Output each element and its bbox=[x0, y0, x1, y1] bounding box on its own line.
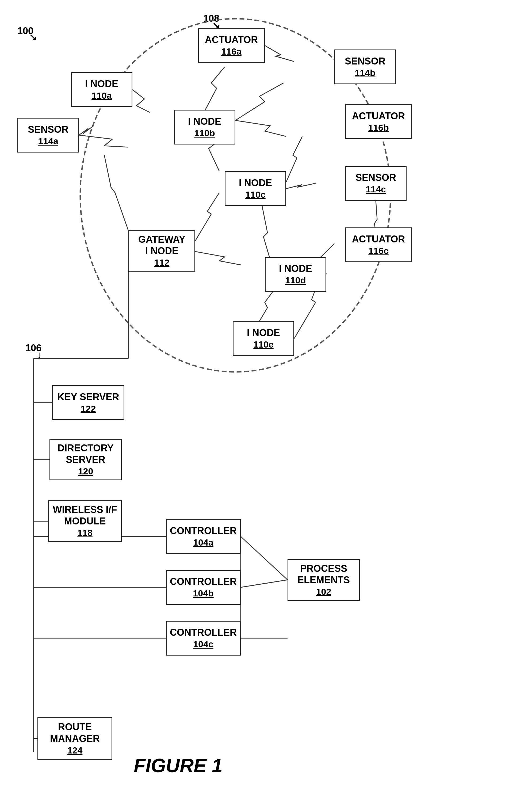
inode-110d: I NODE 110d bbox=[265, 257, 326, 292]
svg-line-12 bbox=[241, 580, 288, 587]
inode-110b: I NODE 110b bbox=[174, 110, 236, 144]
inode-110e: I NODE 110e bbox=[233, 321, 294, 356]
diagram: 100 ↘ 106 ↓ 108 ↘ bbox=[0, 0, 532, 788]
controller-104c: CONTROLLER 104c bbox=[166, 621, 241, 655]
actuator-116c: ACTUATOR 116c bbox=[345, 228, 412, 262]
inode-110c: I NODE 110c bbox=[225, 171, 286, 206]
controller-104a: CONTROLLER 104a bbox=[166, 519, 241, 554]
figure-label: FIGURE 1 bbox=[134, 754, 223, 776]
key-server-122: KEY SERVER 122 bbox=[52, 385, 124, 420]
sensor-114a: SENSOR 114a bbox=[17, 118, 79, 153]
actuator-116b: ACTUATOR 116b bbox=[345, 104, 412, 139]
inode-110a: I NODE 110a bbox=[71, 72, 132, 107]
process-elements-102: PROCESSELEMENTS 102 bbox=[288, 559, 360, 601]
gateway-inode-112: GATEWAYI NODE 112 bbox=[128, 230, 195, 272]
svg-line-11 bbox=[241, 536, 288, 580]
sensor-114c: SENSOR 114c bbox=[345, 166, 407, 201]
sensor-114b: SENSOR 114b bbox=[334, 50, 396, 84]
wireless-if-module-118: WIRELESS I/FMODULE 118 bbox=[48, 500, 122, 542]
controller-104b: CONTROLLER 104b bbox=[166, 570, 241, 605]
actuator-116a: ACTUATOR 116a bbox=[198, 28, 265, 63]
directory-server-120: DIRECTORYSERVER 120 bbox=[49, 439, 122, 480]
route-manager-124: ROUTEMANAGER 124 bbox=[38, 717, 112, 760]
